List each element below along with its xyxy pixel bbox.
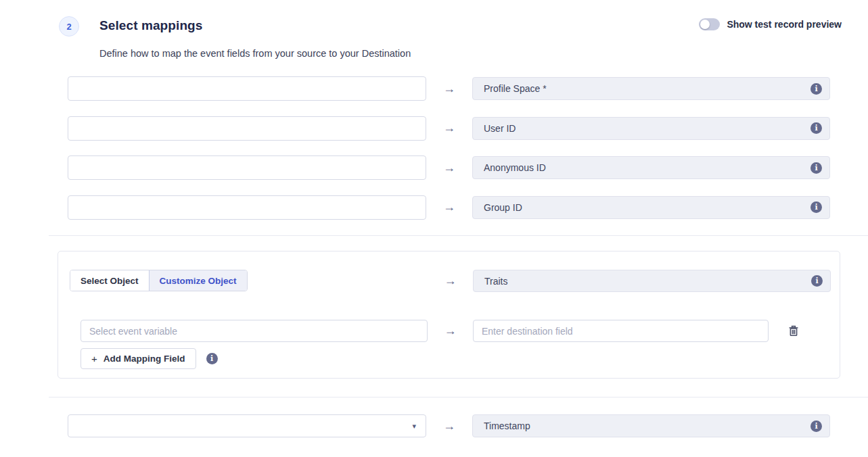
arrow-right-icon: → (426, 121, 472, 135)
mapping-row-anonymous-id: → Anonymous ID i (68, 155, 868, 180)
custom-mapping-row: → (81, 320, 799, 342)
destination-label: Profile Space * (484, 83, 547, 94)
test-record-preview-label: Show test record preview (727, 19, 842, 30)
object-mode-tab-group: Select Object Customize Object (70, 270, 248, 291)
info-icon[interactable]: i (810, 122, 822, 134)
arrow-right-icon: → (426, 200, 472, 214)
arrow-right-icon: → (426, 419, 472, 433)
info-icon[interactable]: i (810, 162, 822, 174)
test-record-preview-toggle[interactable] (699, 18, 720, 30)
select-mappings-panel: 2 Select mappings Define how to map the … (0, 0, 868, 457)
traits-mapping-box: Select Object Customize Object → Traits … (58, 251, 840, 379)
add-mapping-field-button[interactable]: + Add Mapping Field (81, 348, 196, 369)
trash-icon (788, 325, 799, 337)
profile-space-source-input[interactable] (68, 76, 426, 101)
destination-field-traits: Traits i (473, 270, 831, 292)
mapping-row-user-id: → User ID i (68, 116, 868, 141)
arrow-right-icon: → (428, 324, 473, 338)
mapping-row-group-id: → Group ID i (68, 195, 868, 220)
destination-field-profile-space: Profile Space * i (472, 77, 830, 100)
group-id-source-input[interactable] (68, 195, 426, 220)
page-title: Select mappings (99, 18, 203, 33)
mapping-row-timestamp: ▾ → Timestamp i (68, 414, 830, 437)
arrow-right-icon: → (426, 82, 472, 96)
event-variable-input[interactable] (81, 320, 428, 342)
destination-field-anonymous-id: Anonymous ID i (472, 156, 830, 179)
info-icon[interactable]: i (810, 201, 822, 213)
simple-mappings-list: → Profile Space * i → User ID i → Anonym… (0, 76, 868, 235)
tab-select-object[interactable]: Select Object (70, 270, 149, 291)
destination-field-input[interactable] (473, 320, 769, 342)
anonymous-id-source-input[interactable] (68, 155, 426, 180)
plus-icon: + (91, 353, 97, 364)
add-mapping-field-label: Add Mapping Field (104, 354, 185, 364)
section-divider (49, 397, 868, 398)
arrow-right-icon: → (426, 161, 472, 175)
tab-customize-object[interactable]: Customize Object (149, 270, 247, 291)
destination-field-group-id: Group ID i (472, 196, 830, 219)
destination-label: Group ID (484, 202, 522, 213)
info-icon[interactable]: i (206, 353, 218, 364)
add-mapping-row: + Add Mapping Field i (81, 348, 218, 369)
page-subtitle: Define how to map the event fields from … (99, 48, 411, 59)
section-divider (49, 235, 868, 236)
test-record-preview-toggle-group: Show test record preview (699, 18, 842, 30)
destination-label: Timestamp (484, 420, 530, 431)
info-icon[interactable]: i (810, 420, 822, 432)
mapping-row-profile-space: → Profile Space * i (68, 76, 868, 101)
arrow-right-icon: → (428, 270, 473, 292)
destination-label: Traits (484, 276, 507, 287)
destination-label: Anonymous ID (484, 162, 546, 173)
destination-label: User ID (484, 123, 516, 134)
toggle-knob (700, 20, 710, 29)
destination-field-timestamp: Timestamp i (472, 414, 830, 437)
destination-field-user-id: User ID i (472, 117, 830, 140)
user-id-source-input[interactable] (68, 116, 426, 141)
timestamp-source-select[interactable]: ▾ (68, 414, 426, 437)
info-icon[interactable]: i (811, 275, 823, 287)
chevron-down-icon: ▾ (412, 422, 416, 431)
step-number-badge: 2 (59, 16, 79, 37)
delete-mapping-button[interactable] (788, 325, 799, 337)
info-icon[interactable]: i (810, 83, 822, 95)
